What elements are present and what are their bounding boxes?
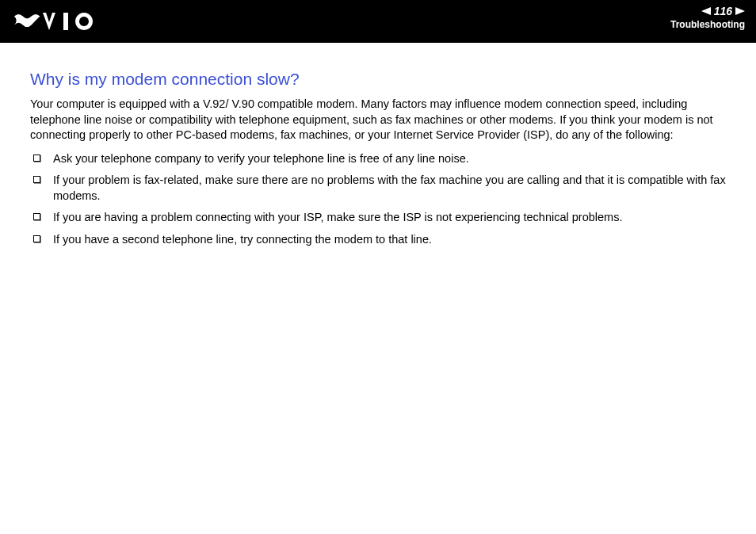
list-item: If you have a second telephone line, try…: [33, 232, 726, 248]
vaio-logo: [14, 11, 97, 35]
header-bar: 116 Troubleshooting: [0, 0, 756, 43]
previous-page-arrow-icon[interactable]: [701, 7, 711, 15]
list-item: If you are having a problem connecting w…: [33, 210, 726, 226]
next-page-arrow-icon[interactable]: [735, 7, 745, 15]
page-navigation: 116 Troubleshooting: [670, 5, 745, 30]
square-bullet-icon: [33, 154, 40, 162]
list-item-text: If your problem is fax-related, make sur…: [53, 173, 726, 204]
page-number: 116: [714, 5, 732, 17]
square-bullet-icon: [33, 213, 40, 220]
bullet-list: Ask your telephone company to verify you…: [30, 151, 726, 248]
intro-paragraph: Your computer is equipped with a V.92/ V…: [30, 97, 726, 143]
page-content: Why is my modem connection slow? Your co…: [0, 43, 756, 248]
square-bullet-icon: [33, 235, 40, 242]
section-label: Troubleshooting: [670, 19, 745, 30]
svg-rect-0: [63, 13, 68, 30]
list-item-text: If you are having a problem connecting w…: [53, 210, 726, 226]
list-item-text: If you have a second telephone line, try…: [53, 232, 726, 248]
list-item: If your problem is fax-related, make sur…: [33, 173, 726, 204]
square-bullet-icon: [33, 176, 40, 183]
page-title: Why is my modem connection slow?: [30, 70, 726, 89]
list-item: Ask your telephone company to verify you…: [33, 151, 726, 167]
list-item-text: Ask your telephone company to verify you…: [53, 151, 726, 167]
